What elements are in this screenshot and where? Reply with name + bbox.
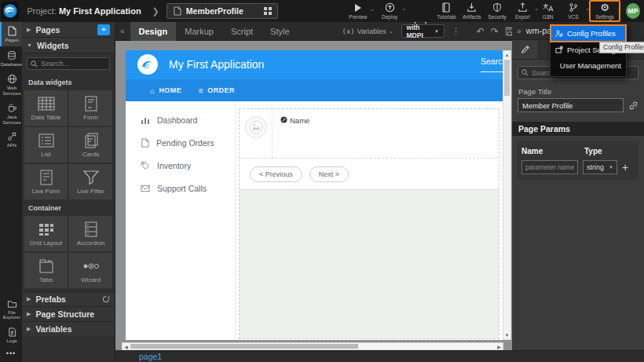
widget-search-input[interactable] xyxy=(41,60,106,68)
list-item-template[interactable]: Name xyxy=(240,109,499,159)
rail-item-java-services[interactable]: Java Services xyxy=(0,99,22,128)
nav-item-home[interactable]: ⌂ HOME xyxy=(150,86,181,95)
page-icon xyxy=(173,6,181,16)
app-nav-bar: ⌂ HOME ≡ ORDER xyxy=(126,79,503,101)
rail-item-web-services[interactable]: Web Services xyxy=(0,70,22,99)
page-title-input[interactable] xyxy=(518,98,624,112)
vcs-button[interactable]: ⌄ VCS xyxy=(561,2,586,20)
scroll-down-icon[interactable]: ▼ xyxy=(503,331,510,339)
nav-item-order[interactable]: ≡ ORDER xyxy=(199,86,235,95)
live-form-icon xyxy=(37,170,56,185)
scroll-left-icon[interactable]: ◀ xyxy=(123,343,130,349)
app-search-link[interactable]: Search xyxy=(481,57,503,72)
shield-icon xyxy=(492,2,502,13)
collapse-left-panel-icon[interactable]: « xyxy=(120,27,125,35)
widget-tile-data-table[interactable]: Data Table xyxy=(24,90,68,126)
widget-tile-accordion[interactable]: Accordion xyxy=(69,216,112,251)
menu-item-inventory[interactable]: Inventory xyxy=(126,154,235,177)
canvas-area: « Design Markup Script Style (x) Variabl… xyxy=(115,22,512,350)
container-widgets-grid: Grid Layout Accordion Tabs Wizard xyxy=(24,216,112,288)
scroll-right-icon[interactable]: ▶ xyxy=(496,343,503,349)
widget-search-box[interactable] xyxy=(27,57,110,70)
export-button[interactable]: ⌄ Export xyxy=(510,2,535,20)
open-page-tab[interactable]: page1 xyxy=(139,352,162,361)
next-button[interactable]: Next > xyxy=(309,166,349,182)
horizontal-scrollbar[interactable]: ◀ ▶ xyxy=(122,342,503,350)
deploy-button[interactable]: ⌄ Deploy xyxy=(377,2,402,20)
rail-more-icon[interactable]: ••• xyxy=(0,346,22,362)
page-structure-section-header[interactable]: ▶ Page Structure xyxy=(22,306,115,321)
bar-chart-icon xyxy=(141,115,150,125)
menu-item-user-management[interactable]: User Management xyxy=(551,57,626,73)
widget-tile-live-form[interactable]: Live Form xyxy=(24,164,68,199)
menu-item-pending-orders[interactable]: Pending Orders xyxy=(126,131,235,154)
tab-script[interactable]: Script xyxy=(222,22,262,41)
security-button[interactable]: Security xyxy=(485,2,510,20)
param-name-input[interactable] xyxy=(521,160,578,174)
name-field[interactable]: Name xyxy=(273,109,309,158)
wavemaker-logo xyxy=(2,2,19,20)
bind-link-icon[interactable] xyxy=(628,101,639,111)
i18n-button[interactable]: I18N xyxy=(535,2,560,20)
page-title-label: Page Title xyxy=(518,87,644,96)
artifacts-button[interactable]: Artifacts xyxy=(459,2,485,20)
book-icon xyxy=(441,2,451,13)
deploy-dropdown-chevron[interactable]: ⌄ xyxy=(401,5,406,12)
app-preview-page: My First Application Search ⌂ HOME ≡ ORD… xyxy=(126,50,503,340)
image-placeholder[interactable] xyxy=(245,116,267,138)
widget-tile-tabs[interactable]: Tabs xyxy=(24,253,68,288)
download-icon xyxy=(467,2,477,13)
menu-item-support-calls[interactable]: Support Calls xyxy=(126,177,235,199)
variables-section-header[interactable]: ▶ Variables xyxy=(22,321,115,336)
rail-item-file-explorer[interactable]: File Explorer xyxy=(0,295,22,324)
grid-view-icon[interactable] xyxy=(264,7,272,15)
rail-item-pages[interactable]: Pages xyxy=(0,22,22,46)
params-table-header: Name Type xyxy=(521,144,635,158)
preview-button[interactable]: ⌄ Preview xyxy=(346,3,371,20)
tab-markup[interactable]: Markup xyxy=(176,22,222,41)
vcs-dropdown-chevron[interactable]: ⌄ xyxy=(585,5,590,12)
param-type-select[interactable]: string ▼ xyxy=(583,160,617,174)
tutorials-button[interactable]: Tutorials xyxy=(434,2,459,20)
rail-item-databases[interactable]: Databases xyxy=(0,46,22,71)
variables-button[interactable]: (x) Variables ⌄ xyxy=(342,27,393,35)
user-avatar[interactable]: MP xyxy=(626,3,640,19)
widget-tile-wizard[interactable]: Wizard xyxy=(69,253,112,288)
widget-tile-list[interactable]: List xyxy=(24,127,68,163)
tab-properties[interactable] xyxy=(512,40,539,59)
previous-button[interactable]: < Previous xyxy=(250,166,302,182)
prefabs-section-header[interactable]: ▶ Prefabs xyxy=(22,291,115,306)
widget-tile-grid-layout[interactable]: Grid Layout xyxy=(24,216,68,251)
list-widget-container[interactable]: Name < Previous Next > xyxy=(239,108,499,339)
settings-dropdown-chevron[interactable]: ⌄ xyxy=(617,5,621,12)
variables-icon: (x) xyxy=(342,27,355,35)
refresh-icon[interactable] xyxy=(102,295,110,303)
vertical-scrollbar[interactable]: ▲ ▼ xyxy=(503,50,511,340)
menu-item-config-profiles[interactable]: Config Profiles xyxy=(551,25,626,42)
more-options-icon[interactable]: ⋮ xyxy=(452,26,461,37)
menu-item-dashboard[interactable]: Dashboard xyxy=(126,108,235,131)
rail-item-apis[interactable]: APIs xyxy=(0,128,22,152)
horizontal-scroll-thumb[interactable] xyxy=(130,344,358,349)
expand-panel-icon[interactable]: » xyxy=(517,27,521,35)
settings-button[interactable]: ⚙ ⌄ Settings xyxy=(592,2,617,20)
preview-dropdown-chevron[interactable]: ⌄ xyxy=(370,6,375,13)
widget-tile-live-filter[interactable]: Live Filter xyxy=(69,164,112,199)
caret-right-icon: ▶ xyxy=(27,296,31,302)
page-tab-memberprofile[interactable]: MemberProfile xyxy=(166,3,278,19)
rail-item-logs[interactable]: Logs xyxy=(0,324,22,347)
redo-icon[interactable]: ↷ xyxy=(491,26,499,37)
tab-design[interactable]: Design xyxy=(130,22,177,41)
add-page-button[interactable]: + xyxy=(97,24,110,35)
scroll-up-icon[interactable]: ▲ xyxy=(503,51,510,59)
widget-tile-form[interactable]: Form xyxy=(69,90,112,126)
app-header: My First Application Search xyxy=(126,50,503,79)
pages-section-header[interactable]: ▶ Pages + xyxy=(22,22,115,38)
add-param-button[interactable]: + xyxy=(622,162,628,173)
tab-style[interactable]: Style xyxy=(262,22,298,41)
widgets-section-header[interactable]: ▼ Widgets xyxy=(22,38,115,53)
vertical-scroll-thumb[interactable] xyxy=(504,60,510,96)
undo-icon[interactable]: ↶ xyxy=(477,26,485,37)
widget-tile-cards[interactable]: Cards xyxy=(69,127,112,163)
device-selector[interactable]: Laptop with MDPI Screen ▼ xyxy=(401,24,445,38)
